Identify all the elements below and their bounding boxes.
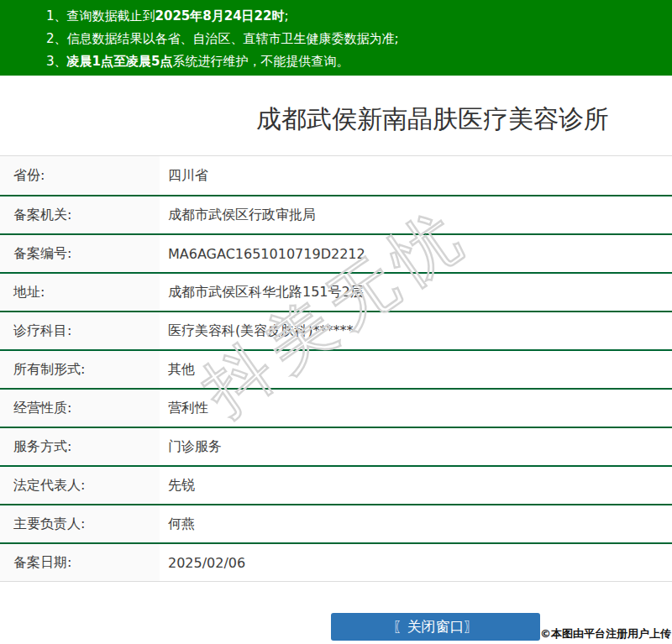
row-label: 省份:: [0, 156, 160, 195]
attribution-watermark: ©本图由平台注册用户上传: [540, 626, 671, 641]
notice-1-bold: 2025年8月24日22时: [155, 8, 285, 24]
table-row-medical-subjects: 诊疗科目: 医疗美容科(美容皮肤科)******: [0, 311, 672, 349]
row-value: 2025/02/06: [160, 544, 672, 581]
row-value: 医疗美容科(美容皮肤科)******: [160, 312, 672, 349]
row-label: 法定代表人:: [0, 467, 160, 504]
notice-line-2: 2、信息数据结果以各省、自治区、直辖市卫生健康委数据为准;: [46, 28, 672, 50]
table-row-filing-number: 备案编号: MA6AGAC1651010719D2212: [0, 233, 672, 272]
row-label: 主要负责人:: [0, 505, 160, 542]
table-row-ownership-form: 所有制形式: 其他: [0, 349, 672, 388]
table-row-business-nature: 经营性质: 营利性: [0, 388, 672, 427]
row-value: 营利性: [160, 390, 672, 427]
row-value: 其他: [160, 351, 672, 388]
notice-1-suffix: ;: [284, 8, 288, 24]
notice-line-3: 3、凌晨1点至凌晨5点系统进行维护，不能提供查询。: [46, 50, 672, 73]
table-row-main-person-in-charge: 主要负责人: 何燕: [0, 504, 672, 542]
notice-1-number: 1、: [46, 8, 67, 24]
page-title: 成都武侯新南晶肤医疗美容诊所: [256, 102, 609, 137]
close-window-button[interactable]: 〖关闭窗口〗: [331, 613, 540, 641]
row-label: 备案日期:: [0, 544, 160, 581]
row-value: 四川省: [160, 156, 672, 195]
row-value: 成都市武侯区行政审批局: [160, 196, 672, 233]
row-label: 备案机关:: [0, 196, 160, 233]
row-label: 经营性质:: [0, 390, 160, 427]
row-label: 服务方式:: [0, 428, 160, 465]
row-value: 成都市武侯区科华北路151号2层: [160, 274, 672, 311]
notice-2-text: 信息数据结果以各省、自治区、直辖市卫生健康委数据为准;: [67, 31, 399, 46]
table-row-filing-date: 备案日期: 2025/02/06: [0, 542, 672, 581]
row-label: 地址:: [0, 274, 160, 311]
notice-3-suffix: 系统进行维护，不能提供查询。: [172, 54, 349, 69]
notice-line-1: 1、查询数据截止到2025年8月24日22时;: [46, 5, 672, 28]
table-row-address: 地址: 成都市武侯区科华北路151号2层: [0, 272, 672, 311]
row-value: 何燕: [160, 505, 672, 542]
notice-2-number: 2、: [46, 31, 67, 46]
notice-banner: 1、查询数据截止到2025年8月24日22时; 2、信息数据结果以各省、自治区、…: [0, 0, 672, 76]
notice-3-number: 3、: [46, 54, 67, 69]
table-row-service-mode: 服务方式: 门诊服务: [0, 427, 672, 465]
row-label: 备案编号:: [0, 235, 160, 272]
record-table: 省份: 四川省 备案机关: 成都市武侯区行政审批局 备案编号: MA6AGAC1…: [0, 155, 672, 582]
row-label: 所有制形式:: [0, 351, 160, 388]
table-row-filing-authority: 备案机关: 成都市武侯区行政审批局: [0, 195, 672, 233]
table-row-legal-representative: 法定代表人: 先锐: [0, 465, 672, 504]
row-value: 门诊服务: [160, 428, 672, 465]
table-row-province: 省份: 四川省: [0, 156, 672, 195]
notice-1-text: 查询数据截止到: [67, 8, 155, 24]
row-label: 诊疗科目:: [0, 312, 160, 349]
row-value: 先锐: [160, 467, 672, 504]
notice-3-bold: 凌晨1点至凌晨5点: [67, 54, 173, 69]
row-value: MA6AGAC1651010719D2212: [160, 235, 672, 272]
